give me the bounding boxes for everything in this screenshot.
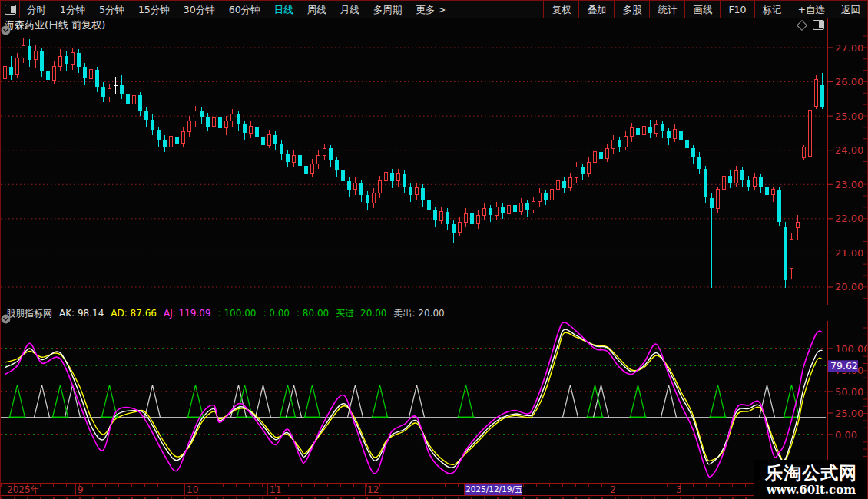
menu-item-f10[interactable]: F10	[720, 1, 754, 18]
month-separator	[267, 484, 268, 495]
indicator-axis-label: 0.00	[835, 429, 857, 441]
indicator-name: 股朋指标网	[6, 308, 52, 319]
month-separator	[608, 484, 608, 495]
diamond-marker-icon[interactable]	[797, 19, 807, 30]
menu-item-daily[interactable]: 日线	[267, 1, 300, 18]
menu-item-stats[interactable]: 统计	[649, 1, 684, 18]
signal-triangle	[711, 385, 726, 418]
menu-item-draw[interactable]: 画线	[684, 1, 720, 18]
month-label: 10	[187, 484, 198, 495]
split-view-icon[interactable]	[813, 20, 824, 30]
chart-titlebar: 海森药业(日线 前复权)	[1, 18, 868, 31]
menu-item-back[interactable]: 返回	[833, 1, 868, 18]
indicator-axis-label: 100.00	[835, 343, 868, 355]
param-2: : 0.00	[263, 308, 290, 319]
menu-item-15min[interactable]: 15分钟	[131, 1, 177, 18]
signal-triangle	[145, 385, 161, 418]
selected-date-label: 2025/12/19/五	[465, 484, 522, 495]
menu-item-1min[interactable]: 1分钟	[53, 1, 92, 18]
menu-item-multi-stock[interactable]: 多股	[614, 1, 649, 18]
field-aj: AJ: 119.09	[164, 308, 211, 319]
date-axis: 2025年9101112232025/12/19/五	[1, 483, 868, 495]
watermark-url: www.60lt.com	[767, 483, 856, 497]
field-sell: 卖出: 20.00	[393, 308, 444, 319]
month-separator	[674, 484, 674, 495]
param-3: : 80.00	[297, 308, 329, 319]
signal-triangle	[459, 385, 474, 418]
menu-item-overlay[interactable]: 叠加	[578, 1, 614, 18]
price-label: 21.00	[835, 247, 863, 259]
indicator-axis-label: 25.00	[835, 408, 863, 419]
menu-item-add-watch[interactable]: +自选	[790, 1, 833, 18]
signal-triangle	[409, 385, 425, 418]
indicator-header: 股朋指标网AK: 98.14AD: 87.66AJ: 119.09: 100.0…	[1, 306, 868, 321]
indicator-chart[interactable]: 100.0075.0050.0025.000.0079.62	[1, 321, 868, 483]
bottom-strip	[1, 495, 868, 499]
signal-triangle	[760, 385, 775, 418]
tools-menu: 复权叠加多股统计画线F10标记+自选返回	[543, 1, 868, 18]
watermark: 乐淘公式网 www.60lt.com	[754, 460, 868, 499]
menu-item-multi-period[interactable]: 多周期	[366, 1, 409, 18]
signal-triangle	[256, 385, 271, 418]
price-label: 24.00	[835, 144, 863, 156]
month-label: 11	[270, 484, 281, 495]
price-label: 26.00	[835, 76, 863, 88]
stock-title: 海森药业(日线 前复权)	[5, 18, 105, 32]
menu-item-more[interactable]: 更多 >	[409, 1, 452, 18]
menu-item-weekly[interactable]: 周线	[300, 1, 333, 18]
signal-triangle	[631, 385, 646, 418]
signal-triangle	[348, 385, 363, 418]
field-ad: AD: 87.66	[111, 308, 157, 319]
price-label: 27.00	[835, 42, 863, 54]
trading-app-window: 分时1分钟5分钟15分钟30分钟60分钟日线周线月线多周期更多 > 复权叠加多股…	[0, 0, 868, 499]
field-buy: 买进: 20.00	[336, 308, 386, 319]
month-label: 12	[367, 484, 379, 495]
watermark-site-name: 乐淘公式网	[765, 463, 857, 483]
signal-triangle	[305, 385, 320, 418]
menu-item-mark[interactable]: 标记	[754, 1, 790, 18]
menu-item-monthly[interactable]: 月线	[333, 1, 366, 18]
period-menu: 分时1分钟5分钟15分钟30分钟60分钟日线周线月线多周期更多 >	[20, 1, 453, 18]
month-separator	[365, 484, 366, 495]
signal-triangle	[35, 385, 50, 418]
month-separator	[464, 484, 465, 495]
price-label: 25.00	[835, 111, 863, 122]
month-label: 9	[78, 484, 84, 495]
year-label: 2025年	[7, 484, 40, 495]
menu-item-60min[interactable]: 60分钟	[222, 1, 267, 18]
signal-triangle	[10, 385, 25, 418]
svg-text:79.62: 79.62	[830, 360, 858, 372]
param-1: : 100.00	[218, 308, 257, 319]
signal-triangle	[188, 385, 204, 418]
menu-item-5min[interactable]: 5分钟	[92, 1, 131, 18]
price-label: 23.00	[835, 179, 863, 190]
top-menubar: 分时1分钟5分钟15分钟30分钟60分钟日线周线月线多周期更多 > 复权叠加多股…	[1, 1, 868, 18]
field-ak: AK: 98.14	[59, 308, 104, 319]
indicator-axis-label: 50.00	[835, 386, 863, 398]
indicator-values: 股朋指标网AK: 98.14AD: 87.66AJ: 119.09: 100.0…	[6, 307, 452, 320]
month-label: 3	[676, 484, 682, 495]
date-ticks	[1, 484, 827, 487]
signal-triangle	[563, 385, 578, 418]
price-label: 20.00	[835, 281, 863, 292]
month-label: 2	[610, 484, 616, 495]
axis-line-segment	[827, 18, 828, 31]
menu-item-30min[interactable]: 30分钟	[177, 1, 222, 18]
month-separator	[75, 484, 76, 495]
signal-triangle	[373, 385, 388, 418]
signal-triangle	[661, 385, 677, 418]
candlestick-chart[interactable]: 27.0026.0025.0024.0023.0022.0021.0020.00	[1, 31, 868, 305]
month-separator	[184, 484, 185, 495]
layout-panel-icon[interactable]	[5, 5, 16, 15]
menu-item-fenshi[interactable]: 分时	[20, 1, 53, 18]
menu-item-fuquan[interactable]: 复权	[543, 1, 578, 18]
price-label: 22.00	[835, 213, 863, 224]
